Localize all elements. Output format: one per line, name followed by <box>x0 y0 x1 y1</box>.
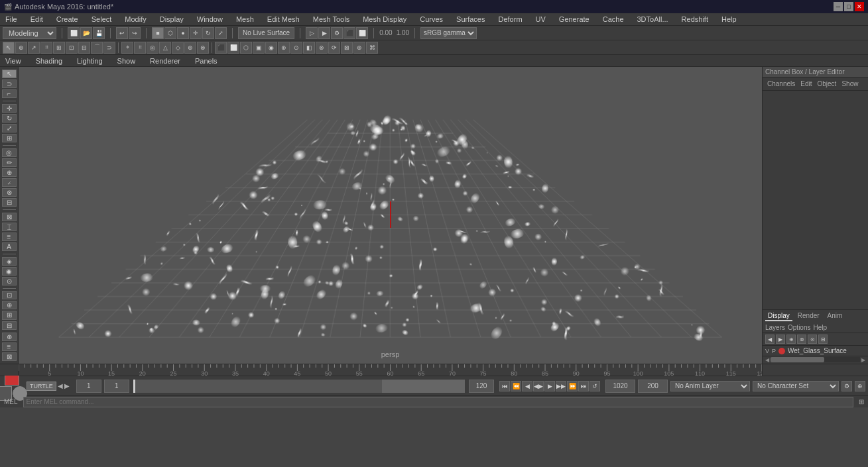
maximize-button[interactable]: □ <box>844 2 853 11</box>
anim-tab-btn[interactable]: Anim <box>825 311 845 321</box>
frame-current-input[interactable] <box>104 380 129 393</box>
select-mode-btn[interactable]: ■ <box>152 27 164 39</box>
ri3-btn[interactable]: ⬡ <box>240 42 252 54</box>
render4-btn[interactable]: ⬛ <box>343 27 355 39</box>
anim-extra-btn[interactable]: ⊕ <box>855 381 865 391</box>
snap6-btn[interactable]: ⊕ <box>184 42 196 54</box>
gamma-dropdown[interactable]: sRGB gamma <box>420 27 477 39</box>
play-prev-key-btn[interactable]: ⏪ <box>511 381 521 391</box>
lattice-tool[interactable]: ⊟ <box>2 198 17 207</box>
menu-edit-mesh[interactable]: Edit Mesh <box>265 15 302 24</box>
chan-tab-show[interactable]: Show <box>839 79 860 88</box>
ri8-btn[interactable]: ◧ <box>303 42 315 54</box>
snap4-btn[interactable]: △ <box>159 42 171 54</box>
scroll-left-arrow[interactable]: ◀ <box>764 357 771 363</box>
turtle-badge[interactable]: TURTLE <box>27 382 56 391</box>
ri11-btn[interactable]: ⊠ <box>341 42 353 54</box>
ri10-btn[interactable]: ⟳ <box>328 42 340 54</box>
menu-redshift[interactable]: Redshift <box>679 15 711 24</box>
minimize-button[interactable]: ─ <box>834 2 843 11</box>
lasso-tool[interactable]: ⊃ <box>2 79 17 88</box>
help-menu[interactable]: Help <box>813 324 827 331</box>
ri1-btn[interactable]: ⬛ <box>215 42 227 54</box>
menu-curves[interactable]: Curves <box>417 15 446 24</box>
tool8-btn[interactable]: ⌒ <box>91 42 103 54</box>
ri4-btn[interactable]: ▣ <box>253 42 265 54</box>
char-set-dropdown[interactable]: No Character Set <box>753 381 839 391</box>
snap2-btn[interactable]: ⌗ <box>134 42 146 54</box>
no-live-surface-btn[interactable]: No Live Surface <box>238 27 294 39</box>
menu-surfaces[interactable]: Surfaces <box>454 15 487 24</box>
soft-mod-tool[interactable]: ◎ <box>2 148 17 157</box>
scale-btn[interactable]: ⤢ <box>215 27 227 39</box>
extra5-tool[interactable]: ⊞ <box>2 311 17 319</box>
layer-icon-1[interactable]: ◀ <box>765 335 775 344</box>
menu-window[interactable]: Window <box>194 15 225 24</box>
menu-mesh[interactable]: Mesh <box>233 15 257 24</box>
ri9-btn[interactable]: ⊗ <box>316 42 328 54</box>
menu-3dto[interactable]: 3DToAll... <box>635 15 671 24</box>
viewport[interactable]: persp <box>19 67 762 364</box>
play-goto-start-btn[interactable]: ⏮ <box>499 381 510 391</box>
layer-p[interactable]: P <box>772 348 776 354</box>
bottom-tool[interactable]: ⊕ <box>2 333 17 341</box>
ri6-btn[interactable]: ⊕ <box>278 42 290 54</box>
lasso-btn[interactable]: ⬡ <box>164 27 176 39</box>
play-prev-frame-btn[interactable]: ◀ <box>522 381 532 391</box>
menu-display[interactable]: Display <box>157 15 186 24</box>
measure-tool[interactable]: ⌶ <box>2 223 17 231</box>
select-tool-btn[interactable]: ↖ <box>3 42 15 54</box>
bottom3-tool[interactable]: ⊠ <box>2 352 17 361</box>
tool7-btn[interactable]: ⊟ <box>78 42 90 54</box>
scroll-track[interactable] <box>771 357 860 362</box>
chan-tab-channels[interactable]: Channels <box>765 79 797 88</box>
anim-settings-btn[interactable]: ⚙ <box>841 381 852 391</box>
extra2-tool[interactable]: ⊙ <box>2 277 17 285</box>
joint-tool[interactable]: ⊕ <box>2 168 17 177</box>
shader-tool[interactable]: ◈ <box>2 257 17 266</box>
play-next-frame-btn[interactable]: ▶▶ <box>556 381 566 391</box>
frame-start-input[interactable] <box>76 380 101 393</box>
render-btn[interactable]: ▷ <box>306 27 318 39</box>
scale-tool[interactable]: ⤢ <box>2 124 17 132</box>
new-btn[interactable]: ⬜ <box>68 27 80 39</box>
save-btn[interactable]: 💾 <box>93 27 105 39</box>
panel-view[interactable]: View <box>3 56 24 66</box>
scroll-right-arrow[interactable]: ▶ <box>860 357 867 363</box>
extra4-tool[interactable]: ⊕ <box>2 301 17 309</box>
options-menu[interactable]: Options <box>788 324 810 331</box>
range-max-input[interactable] <box>638 380 668 393</box>
extra6-tool[interactable]: ⊟ <box>2 321 17 330</box>
anim-arrow-right[interactable]: ▶ <box>64 382 70 389</box>
layer-item[interactable]: V P Wet_Glass_Surface <box>763 346 868 356</box>
paint-tool[interactable]: ⌐ <box>2 89 17 98</box>
menu-modify[interactable]: Modify <box>122 15 149 24</box>
render2-btn[interactable]: ▶ <box>318 27 330 39</box>
sculpt-tool[interactable]: ✏ <box>2 158 17 167</box>
menu-deform[interactable]: Deform <box>495 15 525 24</box>
menu-mesh-tools[interactable]: Mesh Tools <box>310 15 352 24</box>
cluster-tool[interactable]: ⊗ <box>2 188 17 197</box>
panel-shading[interactable]: Shading <box>33 56 65 66</box>
chan-tab-edit[interactable]: Edit <box>798 79 814 88</box>
bottom2-tool[interactable]: ≡ <box>2 342 17 351</box>
play-fwd-btn[interactable]: ▶ <box>544 381 555 391</box>
anim-layer-dropdown[interactable]: No Anim Layer <box>670 381 750 391</box>
play-goto-end-btn[interactable]: ⏭ <box>578 381 589 391</box>
layer-icon-5[interactable]: ⊙ <box>808 335 817 344</box>
menu-uv[interactable]: UV <box>533 15 548 24</box>
layer-v[interactable]: V <box>765 348 769 354</box>
annotate-tool[interactable]: ≡ <box>2 233 17 241</box>
extra-tool[interactable]: ◉ <box>2 267 17 276</box>
text-tool[interactable]: A <box>2 242 17 251</box>
menu-help[interactable]: Help <box>719 15 739 24</box>
snap7-btn[interactable]: ⊗ <box>197 42 209 54</box>
ri5-btn[interactable]: ◉ <box>265 42 277 54</box>
mode-dropdown[interactable]: Modeling Rigging Animation FX Rendering <box>3 27 56 39</box>
move-tool[interactable]: ✛ <box>2 104 17 113</box>
ri2-btn[interactable]: ⬜ <box>227 42 239 54</box>
layer-icon-2[interactable]: ▶ <box>776 335 785 344</box>
range-end-input[interactable] <box>605 380 635 393</box>
layer-icon-4[interactable]: ⊗ <box>797 335 806 344</box>
layers-menu[interactable]: Layers <box>765 324 785 331</box>
